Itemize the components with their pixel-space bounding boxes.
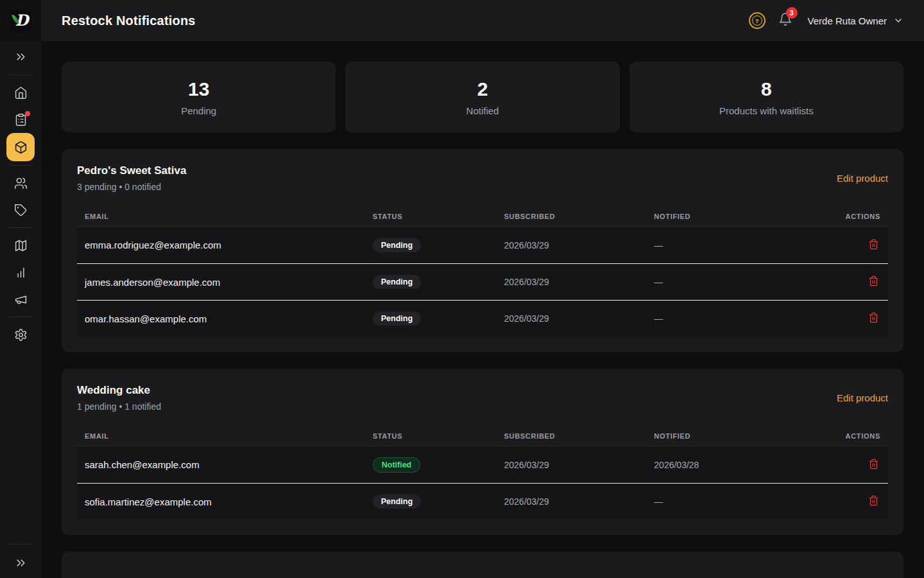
- stat-card-pending: 13 Pending: [62, 62, 336, 132]
- delete-button[interactable]: [867, 238, 880, 253]
- notified-date: —: [646, 240, 787, 250]
- subscribed-date: 2026/03/29: [496, 313, 646, 324]
- product-card: Pedro's Sweet Sativa 3 pending • 0 notif…: [62, 149, 903, 352]
- divider: [8, 544, 33, 545]
- trash-icon: [868, 495, 879, 506]
- bar-chart-icon: [14, 266, 28, 279]
- column-header-status: STATUS: [365, 213, 497, 220]
- sidebar-expand-button-bottom[interactable]: [6, 548, 35, 577]
- row-email: emma.rodriguez@example.com: [77, 240, 365, 250]
- trash-icon: [868, 312, 879, 323]
- product-title: Wedding cake: [77, 384, 161, 397]
- status-badge: Pending: [373, 238, 421, 252]
- stat-label: Products with waitlists: [719, 105, 814, 116]
- sidebar-item-marketing[interactable]: [6, 286, 35, 313]
- product-card-partial: [62, 552, 903, 578]
- subscribed-date: 2026/03/29: [496, 496, 646, 507]
- column-header-actions: ACTIONS: [787, 213, 888, 220]
- user-menu[interactable]: Verde Ruta Owner: [808, 15, 903, 26]
- page-title: Restock Notifications: [62, 13, 196, 28]
- product-title: Pedro's Sweet Sativa: [77, 164, 186, 177]
- table-header: EMAIL STATUS SUBSCRIBED NOTIFIED ACTIONS: [77, 206, 888, 227]
- sidebar-item-tags[interactable]: [6, 197, 35, 223]
- notification-dot: [25, 111, 30, 116]
- divider: [8, 317, 33, 317]
- main-content: 13 Pending 2 Notified 8 Products with wa…: [41, 41, 924, 578]
- waitlist-table: EMAIL STATUS SUBSCRIBED NOTIFIED ACTIONS…: [77, 426, 888, 520]
- column-header-status: STATUS: [365, 432, 497, 440]
- notified-date: —: [646, 313, 787, 324]
- row-email: sarah.chen@example.com: [77, 459, 365, 470]
- sidebar-item-home[interactable]: [6, 79, 35, 106]
- stat-label: Notified: [466, 105, 499, 116]
- column-header-email: EMAIL: [77, 213, 365, 220]
- chevrons-right-icon: [14, 556, 28, 570]
- sidebar-item-customers[interactable]: [6, 170, 35, 197]
- stats-row: 13 Pending 2 Notified 8 Products with wa…: [62, 62, 903, 132]
- column-header-subscribed: SUBSCRIBED: [496, 213, 646, 220]
- table-row: omar.hassan@example.com Pending 2026/03/…: [77, 300, 888, 337]
- waitlist-table: EMAIL STATUS SUBSCRIBED NOTIFIED ACTIONS…: [77, 206, 888, 337]
- stat-value: 13: [188, 78, 209, 100]
- delete-button[interactable]: [867, 494, 880, 509]
- sidebar-item-analytics[interactable]: [6, 259, 35, 286]
- notifications-button[interactable]: 3: [778, 12, 792, 29]
- help-button[interactable]: ?: [749, 12, 766, 29]
- sidebar-item-map[interactable]: [6, 232, 35, 259]
- delete-button[interactable]: [867, 311, 880, 326]
- question-mark-icon: ?: [752, 15, 762, 26]
- trash-icon: [868, 239, 879, 250]
- column-header-actions: ACTIONS: [787, 432, 888, 440]
- product-summary: 3 pending • 0 notified: [77, 182, 186, 192]
- package-icon: [14, 141, 28, 154]
- stat-label: Pending: [181, 105, 216, 116]
- subscribed-date: 2026/03/29: [496, 460, 646, 470]
- column-header-subscribed: SUBSCRIBED: [496, 432, 646, 440]
- column-header-notified: NOTIFIED: [646, 213, 787, 220]
- chevron-down-icon: [893, 15, 903, 26]
- row-email: omar.hassan@example.com: [77, 313, 365, 324]
- users-icon: [14, 177, 28, 190]
- column-header-email: EMAIL: [77, 432, 365, 440]
- chevrons-right-icon: [14, 50, 28, 64]
- delete-button[interactable]: [867, 457, 880, 473]
- status-badge: Notified: [373, 457, 421, 473]
- notified-date: —: [646, 277, 787, 287]
- tag-icon: [14, 204, 28, 217]
- divider: [8, 227, 33, 228]
- user-name: Verde Ruta Owner: [808, 15, 887, 26]
- logo-mark: D: [10, 10, 31, 31]
- row-email: james.anderson@example.com: [77, 277, 365, 288]
- notification-count-badge: 3: [786, 7, 798, 19]
- stat-card-waitlists: 8 Products with waitlists: [629, 62, 903, 132]
- trash-icon: [868, 276, 879, 286]
- sidebar-item-settings[interactable]: [6, 321, 35, 348]
- edit-product-link[interactable]: Edit product: [837, 173, 888, 184]
- top-header: Restock Notifications ? 3 Verde Ruta Own…: [41, 0, 924, 41]
- product-summary: 1 pending • 1 notified: [77, 401, 161, 412]
- sidebar-item-orders[interactable]: [6, 106, 35, 133]
- sidebar-item-products[interactable]: [6, 133, 35, 161]
- notified-date: —: [646, 496, 787, 507]
- delete-button[interactable]: [867, 274, 880, 290]
- subscribed-date: 2026/03/29: [496, 277, 646, 287]
- column-header-notified: NOTIFIED: [646, 432, 787, 440]
- stat-value: 8: [761, 78, 772, 100]
- divider: [8, 165, 33, 166]
- map-icon: [14, 239, 28, 252]
- row-email: sofia.martinez@example.com: [77, 496, 365, 507]
- table-row: james.anderson@example.com Pending 2026/…: [77, 263, 888, 300]
- megaphone-icon: [14, 293, 28, 306]
- sidebar-expand-button[interactable]: [6, 42, 35, 71]
- product-card: Wedding cake 1 pending • 1 notified Edit…: [62, 369, 903, 535]
- status-badge: Pending: [373, 311, 421, 326]
- edit-product-link[interactable]: Edit product: [837, 392, 888, 403]
- table-header: EMAIL STATUS SUBSCRIBED NOTIFIED ACTIONS: [77, 426, 888, 446]
- table-row: sarah.chen@example.com Notified 2026/03/…: [77, 446, 888, 483]
- app-logo[interactable]: D: [0, 0, 41, 41]
- notified-date: 2026/03/28: [646, 460, 787, 470]
- trash-icon: [868, 459, 879, 469]
- stat-card-notified: 2 Notified: [345, 62, 619, 132]
- subscribed-date: 2026/03/29: [496, 240, 646, 250]
- home-icon: [14, 86, 28, 100]
